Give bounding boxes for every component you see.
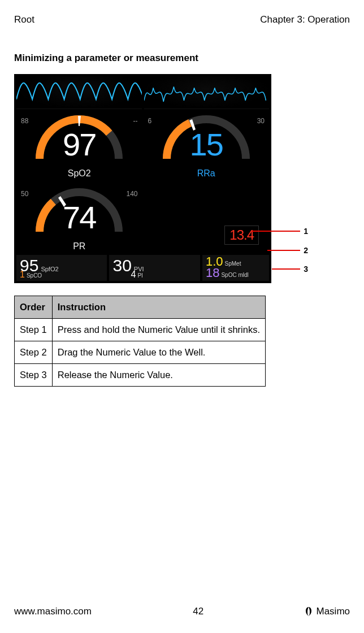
cell-instruction: Press and hold the Numeric Value until i… — [52, 319, 265, 341]
footer-url: www.masimo.com — [14, 606, 92, 617]
footer-brand-text: Masimo — [316, 606, 350, 617]
rra-limit-low: 6 — [148, 117, 152, 125]
col-header-instruction: Instruction — [52, 296, 265, 319]
col-header-order: Order — [15, 296, 53, 319]
callout-3-number: 3 — [300, 265, 308, 274]
pr-limit-high: 140 — [126, 190, 137, 198]
spco-value: 1 — [20, 270, 25, 280]
spfo2-label: SpfO2 — [41, 266, 58, 272]
cell-order: Step 2 — [15, 341, 53, 364]
gauge-spo2: 88 -- 97 SpO2 — [16, 110, 142, 182]
callout-2: 2 — [267, 245, 308, 256]
callout-3: 3 — [272, 263, 308, 275]
callout-line-icon — [252, 231, 300, 232]
device-figure: 88 -- 97 SpO2 6 30 15 RRa — [14, 74, 314, 283]
cell-instruction: Drag the Numeric Value to the Well. — [52, 341, 265, 364]
cell-instruction: Release the Numeric Value. — [52, 364, 265, 387]
page-header: Root Chapter 3: Operation — [14, 14, 350, 25]
pr-limit-low: 50 — [21, 190, 28, 198]
table-row: Step 2 Drag the Numeric Value to the Wel… — [15, 341, 266, 364]
waveform-spo2-box — [16, 76, 142, 109]
table-row: Step 1 Press and hold the Numeric Value … — [15, 319, 266, 341]
callout-1-number: 1 — [300, 227, 308, 236]
rra-label: RRa — [144, 168, 270, 179]
spco-label: SpCO — [27, 272, 42, 279]
footer-brand: Masimo — [305, 606, 350, 617]
callout-line-icon — [272, 268, 300, 270]
header-right: Chapter 3: Operation — [260, 14, 350, 25]
table-row: Step 3 Release the Numeric Value. — [15, 364, 266, 387]
section-title: Minimizing a parameter or measurement — [14, 53, 350, 64]
rra-value: 15 — [144, 126, 270, 163]
page-footer: www.masimo.com 42 Masimo — [14, 606, 350, 617]
cell-order: Step 3 — [15, 364, 53, 387]
well-row: 95 SpfO2 1 SpCO 30 PVI 4 PI — [14, 255, 271, 282]
pvi-value: 30 — [112, 257, 131, 274]
header-left: Root — [14, 14, 34, 25]
callout-line-icon — [267, 250, 300, 251]
waveform-row — [14, 74, 271, 109]
well-cell-right-stack: 1.0 SpMet 18 SpOC mldl — [202, 255, 269, 281]
waveform-spo2-icon — [16, 76, 142, 109]
pr-label: PR — [16, 241, 142, 252]
well-cell-pvi: 30 PVI 4 PI — [109, 255, 200, 281]
instructions-table: Order Instruction Step 1 Press and hold … — [14, 296, 266, 387]
gauge-pr: 50 140 74 PR — [16, 183, 142, 255]
spo2-limit-high: -- — [133, 117, 138, 125]
waveform-rra-icon — [144, 76, 270, 109]
footer-page-number: 42 — [193, 606, 203, 617]
waveform-rra-box — [144, 76, 270, 109]
pi-label: PI — [137, 272, 142, 279]
pi-value: 4 — [131, 270, 136, 280]
masimo-logo-icon — [305, 606, 313, 617]
cell-order: Step 1 — [15, 319, 53, 341]
spo2-value: 97 — [16, 126, 142, 163]
rra-limit-high: 30 — [257, 117, 265, 125]
spo2-label: SpO2 — [16, 168, 142, 179]
gauge-rra: 6 30 15 RRa — [144, 110, 270, 182]
spmet-label: SpMet — [225, 261, 241, 267]
spo2-limit-low: 88 — [21, 117, 28, 125]
pr-value: 74 — [16, 199, 142, 236]
device-screen: 88 -- 97 SpO2 6 30 15 RRa — [14, 74, 271, 283]
well-cell-spfo2: 95 SpfO2 1 SpCO — [16, 255, 107, 281]
callout-2-number: 2 — [300, 246, 308, 255]
spoc-value: 18 — [206, 267, 219, 279]
callout-1: 1 — [252, 226, 308, 237]
spoc-label: SpOC mldl — [221, 272, 248, 278]
